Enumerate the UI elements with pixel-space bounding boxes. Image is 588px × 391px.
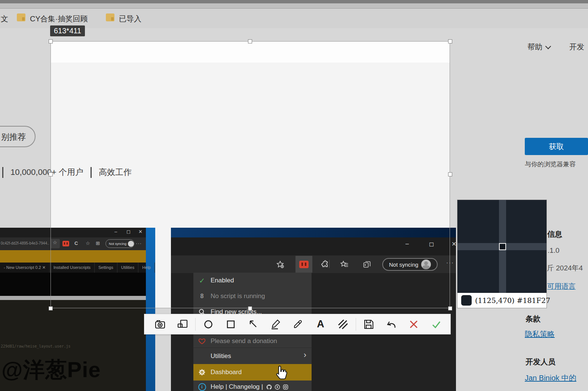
- bookmarks-bar: 文 CY合集·抽奖回顾 已导入: [0, 9, 588, 28]
- tagline: 高效工作: [99, 167, 132, 178]
- tampermonkey-button: [295, 256, 312, 273]
- confirm-icon[interactable]: [428, 316, 444, 333]
- tab: Utilities: [117, 263, 138, 273]
- menu-item-dashboard[interactable]: Dashboard: [193, 364, 312, 381]
- circle-badge-icon: [274, 384, 281, 390]
- tab: Help: [138, 263, 155, 273]
- info-icon: i: [193, 383, 211, 391]
- screen: 文 CY合集·抽奖回顾 已导入 帮助 开发 别推荐 10,000,000+ 个用…: [0, 0, 588, 391]
- divider: [91, 167, 92, 178]
- collections-icon: ⊞: [96, 240, 100, 246]
- menu-item-label: Enabled: [211, 277, 234, 284]
- marker-tool-icon[interactable]: [290, 316, 306, 333]
- camera-icon[interactable]: [152, 316, 168, 333]
- pencil-tool-icon[interactable]: [267, 316, 284, 333]
- compatibility-text: 与你的浏览器兼容: [525, 160, 576, 169]
- divider: [356, 318, 356, 331]
- watermark: @洋葱Pie: [1, 355, 101, 385]
- nav-help[interactable]: 帮助: [527, 42, 550, 52]
- tampermonkey-icon: [299, 261, 309, 268]
- info-header: 信息: [547, 229, 562, 239]
- check-icon: ✓: [193, 276, 211, 285]
- menu-item-label: Help | Changelog |: [211, 383, 263, 391]
- social-icons: [266, 384, 289, 390]
- chevron-right-icon: ›: [304, 350, 306, 360]
- menu-item-utilities[interactable]: Utilities ›: [193, 348, 312, 364]
- dark-editor-window: 229d81/raw/heise_layout.user.js @洋葱Pie: [0, 300, 146, 391]
- selection-handle-top-right[interactable]: [448, 39, 452, 43]
- developer-header: 开发人员: [526, 357, 555, 367]
- maximize-icon: ◻: [126, 229, 131, 234]
- get-button[interactable]: 获取: [525, 138, 588, 155]
- desktop-edge-strip: [171, 228, 456, 237]
- selection-handle-bottom-right[interactable]: [448, 306, 452, 310]
- screenshot-toolbar: A: [144, 314, 451, 334]
- developer-link[interactable]: Jan Biniok 中的: [525, 373, 576, 383]
- maximize-icon: ◻: [429, 240, 434, 248]
- close-icon: ✕: [451, 240, 456, 248]
- selection-handle-middle-left[interactable]: [49, 172, 53, 176]
- bookmark-item-partial[interactable]: 文: [1, 14, 8, 24]
- tab: Settings: [95, 263, 117, 273]
- script-count-icon: 8: [193, 293, 211, 300]
- product-screenshot-right: – ◻ ✕ Not syncing ··· ✓ En: [171, 228, 456, 391]
- undo-icon[interactable]: [383, 316, 399, 333]
- menu-item-label: No script is running: [211, 293, 265, 300]
- favorites-star-icon: ☆: [86, 240, 90, 246]
- script-url-text: 229d81/raw/heise_layout.user.js: [1, 344, 71, 348]
- mini-titlebar: – ◻ ✕: [171, 237, 456, 255]
- favorites-list-icon: [340, 260, 349, 269]
- avatar: [421, 260, 431, 269]
- menu-item-enabled[interactable]: ✓ Enabled: [193, 273, 312, 288]
- url-text: 0c42f-dd2f-4895-b4e3-7944...: [1, 241, 49, 245]
- github-icon: [266, 384, 272, 390]
- cancel-icon[interactable]: [405, 316, 422, 333]
- menu-item-help[interactable]: i Help | Changelog |: [193, 381, 312, 391]
- more-menu-icon: ···: [136, 240, 142, 246]
- collections-icon: [362, 260, 371, 269]
- selection-handle-middle-right[interactable]: [448, 172, 452, 176]
- window-select-icon[interactable]: [174, 316, 191, 333]
- save-icon[interactable]: [361, 316, 377, 333]
- more-menu-icon: ···: [446, 259, 454, 266]
- selection-handle-top-left[interactable]: [49, 39, 53, 43]
- mosaic-tool-icon[interactable]: [335, 316, 351, 333]
- category-pill[interactable]: 别推荐: [0, 126, 36, 147]
- color-readout: (1125,470) #181F27: [475, 296, 550, 304]
- updated-text: 斤 2024年4: [547, 263, 583, 273]
- selection-handle-bottom-left[interactable]: [49, 306, 53, 310]
- heart-icon: [193, 337, 211, 345]
- privacy-policy-link[interactable]: 隐私策略: [525, 329, 555, 339]
- tab: Installed Userscripts: [50, 263, 95, 273]
- nav-developer[interactable]: 开发: [569, 42, 584, 52]
- window-top-strip: [0, 296, 146, 300]
- ellipse-tool-icon[interactable]: [200, 316, 217, 333]
- selection-handle-bottom-center[interactable]: [248, 306, 252, 310]
- divider: [329, 260, 330, 268]
- menu-item-label: Utilities: [211, 352, 231, 360]
- bookmark-folder[interactable]: 已导入: [119, 14, 141, 24]
- tampermonkey-icon: [62, 241, 69, 246]
- text-tool-icon[interactable]: A: [312, 316, 329, 333]
- menu-item-label: Please send a donation: [211, 337, 277, 345]
- magnifier-readout-bar: (1125,470) #181F27: [457, 293, 546, 308]
- profile-label: Not syncing: [109, 242, 126, 246]
- profile-pill[interactable]: Not syncing: [382, 258, 438, 271]
- bookmark-folder[interactable]: CY合集·抽奖回顾: [30, 14, 88, 24]
- version-text: .1.0: [548, 246, 560, 255]
- divider: [195, 318, 196, 331]
- rectangle-tool-icon[interactable]: [223, 316, 239, 333]
- profile-label: Not syncing: [389, 261, 418, 268]
- menu-item-donation[interactable]: Please send a donation: [193, 334, 312, 348]
- folder-icon[interactable]: [17, 13, 25, 21]
- avatar: [128, 241, 134, 247]
- arrow-tool-icon[interactable]: [245, 316, 261, 333]
- selection-handle-top-center[interactable]: [248, 39, 252, 43]
- menu-item-no-script[interactable]: 8 No script is running: [193, 288, 312, 304]
- close-icon: ✕: [138, 229, 143, 234]
- folder-icon[interactable]: [106, 13, 114, 21]
- profile-pill: Not syncing: [105, 239, 134, 248]
- hand-cursor-icon: [275, 366, 288, 381]
- languages-link[interactable]: 可用语言: [547, 282, 576, 291]
- browser-titlebar: [0, 3, 588, 9]
